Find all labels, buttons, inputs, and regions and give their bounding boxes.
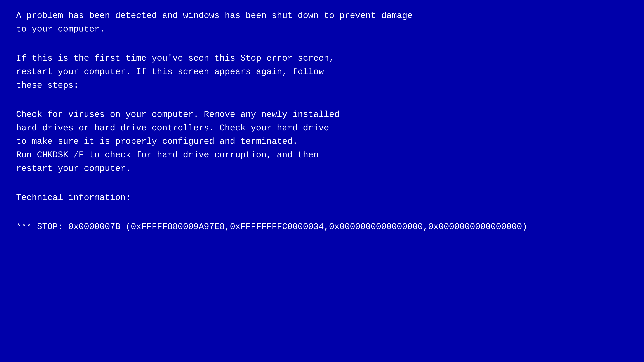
bsod-stop-code: *** STOP: 0x0000007B (0xFFFFF880009A97E8…: [16, 220, 628, 234]
bsod-paragraph-3: Check for viruses on your computer. Remo…: [16, 108, 628, 175]
bsod-screen: A problem has been detected and windows …: [0, 0, 644, 362]
bsod-paragraph-1: A problem has been detected and windows …: [16, 9, 628, 36]
bsod-paragraph-2: If this is the first time you've seen th…: [16, 52, 628, 92]
bsod-technical-info-label: Technical information:: [16, 191, 628, 205]
